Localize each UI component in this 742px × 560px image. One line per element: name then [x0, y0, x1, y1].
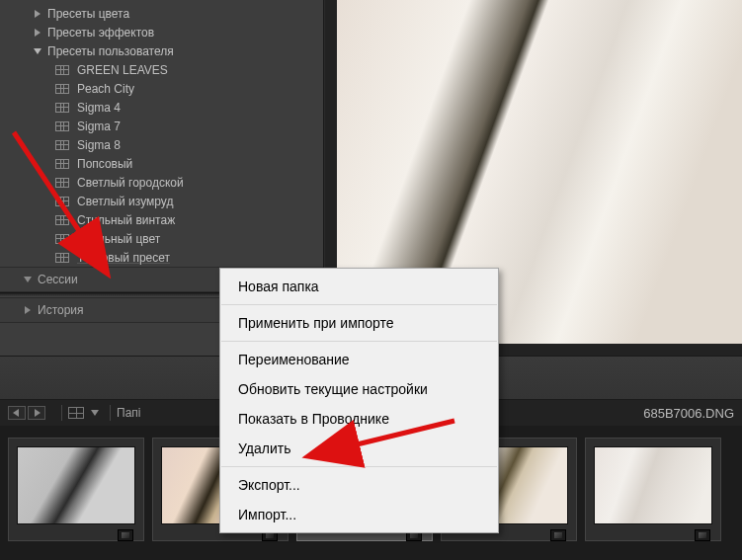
preset-item[interactable]: Sigma 4 [0, 98, 323, 117]
preset-icon [55, 140, 69, 150]
menu-label: Переименование [238, 352, 350, 367]
menu-export[interactable]: Экспорт... [220, 470, 498, 500]
preset-label: Sigma 8 [77, 138, 121, 152]
presets-tree: Пресеты цвета Пресеты эффектов Пресеты п… [0, 0, 323, 267]
path-label: Папі [117, 406, 140, 420]
chevron-right-icon [32, 27, 43, 39]
preset-label: Peach City [77, 82, 134, 96]
preset-icon [55, 215, 69, 225]
menu-show-in-explorer[interactable]: Показать в Проводнике [220, 404, 498, 434]
thumbnail[interactable] [585, 438, 721, 541]
preset-item[interactable]: Стильный винтаж [0, 210, 323, 229]
preset-item[interactable]: Стильный цвет [0, 229, 323, 248]
preset-label: Sigma 7 [77, 120, 121, 133]
svg-marker-5 [13, 409, 19, 417]
chevron-right-icon [22, 304, 34, 316]
svg-marker-2 [34, 48, 41, 54]
preset-icon [55, 234, 69, 244]
preset-icon [55, 159, 69, 169]
adjust-badge-icon [550, 529, 566, 541]
nav-group [8, 406, 45, 420]
preset-label: Светлый городской [77, 176, 184, 190]
preset-icon [55, 84, 69, 94]
preset-icon [55, 178, 69, 188]
menu-label: Применить при импорте [238, 315, 394, 331]
context-menu: Новая папка Применить при импорте Переим… [219, 268, 499, 533]
nav-forward-button[interactable] [28, 406, 45, 420]
preset-item[interactable]: Sigma 7 [0, 117, 323, 135]
menu-delete[interactable]: Удалить [220, 434, 498, 463]
menu-apply-on-import[interactable]: Применить при импорте [220, 308, 498, 338]
preset-icon [55, 197, 69, 206]
dropdown-icon[interactable] [86, 406, 104, 420]
preset-icon [55, 103, 69, 113]
preset-icon [55, 65, 69, 75]
preset-label: Тестовый пресет [77, 251, 170, 265]
preset-label: Попсовый [77, 157, 132, 171]
filename-label: 685B7006.DNG [643, 406, 734, 421]
folder-user-presets[interactable]: Пресеты пользователя [0, 41, 323, 60]
grid-view-icon[interactable] [68, 407, 84, 419]
preset-label: Sigma 4 [77, 101, 121, 115]
preset-item[interactable]: Sigma 8 [0, 135, 323, 154]
adjust-badge-icon [695, 529, 710, 541]
preset-label: Стильный винтаж [77, 213, 175, 227]
menu-label: Импорт... [238, 507, 296, 522]
menu-separator [221, 341, 497, 342]
preset-label: GREEN LEAVES [77, 63, 168, 77]
menu-label: Обновить текущие настройки [238, 381, 428, 397]
chevron-down-icon [32, 45, 43, 57]
menu-label: Показать в Проводнике [238, 411, 389, 427]
svg-marker-6 [35, 409, 41, 417]
menu-label: Удалить [238, 440, 290, 456]
divider [110, 405, 111, 421]
divider [61, 405, 62, 421]
menu-separator [221, 466, 497, 467]
preset-icon [55, 121, 69, 131]
preset-item[interactable]: Светлый изумруд [0, 192, 323, 210]
svg-marker-3 [24, 277, 32, 282]
svg-marker-4 [25, 306, 31, 314]
section-label: Сессии [38, 273, 78, 286]
preset-item[interactable]: Peach City [0, 79, 323, 98]
menu-import[interactable]: Импорт... [220, 500, 498, 529]
preset-icon [55, 253, 69, 263]
folder-label: Пресеты эффектов [47, 26, 154, 40]
folder-color-presets[interactable]: Пресеты цвета [0, 4, 323, 23]
menu-label: Новая папка [238, 279, 319, 294]
chevron-right-icon [32, 8, 43, 20]
menu-update-settings[interactable]: Обновить текущие настройки [220, 374, 498, 404]
folder-label: Пресеты цвета [47, 7, 129, 21]
preset-label: Стильный цвет [77, 232, 160, 246]
folder-label: Пресеты пользователя [47, 44, 174, 58]
menu-rename[interactable]: Переименование [220, 345, 498, 374]
svg-marker-0 [35, 10, 41, 18]
menu-new-folder[interactable]: Новая папка [220, 272, 498, 301]
nav-back-button[interactable] [8, 406, 26, 420]
section-label: История [38, 303, 84, 317]
svg-marker-7 [91, 410, 99, 416]
menu-label: Экспорт... [238, 477, 300, 493]
chevron-down-icon [22, 274, 34, 285]
preset-item[interactable]: Светлый городской [0, 173, 323, 192]
menu-separator [221, 304, 497, 305]
thumbnail[interactable] [8, 438, 144, 541]
adjust-badge-icon [118, 529, 133, 541]
svg-marker-1 [35, 29, 41, 37]
preset-item-selected[interactable]: Тестовый пресет [0, 248, 323, 267]
folder-effects-presets[interactable]: Пресеты эффектов [0, 23, 323, 41]
preset-item[interactable]: GREEN LEAVES [0, 60, 323, 79]
preset-item[interactable]: Попсовый [0, 154, 323, 173]
preset-label: Светлый изумруд [77, 195, 173, 208]
